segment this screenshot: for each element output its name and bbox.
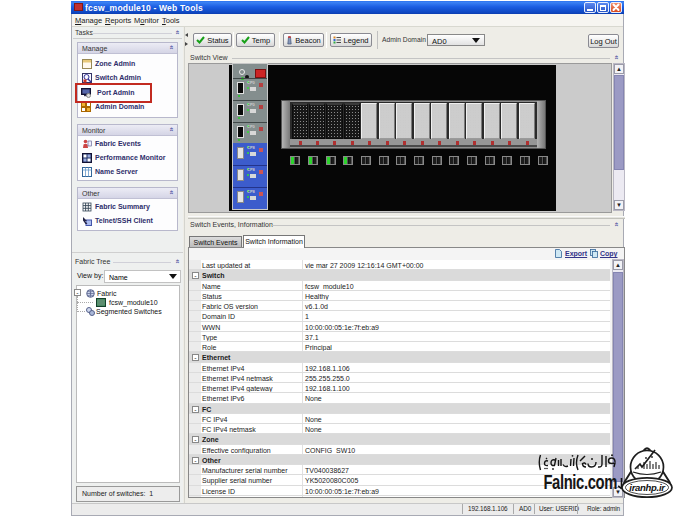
svg-text:iranhp.ir: iranhp.ir <box>629 482 666 493</box>
